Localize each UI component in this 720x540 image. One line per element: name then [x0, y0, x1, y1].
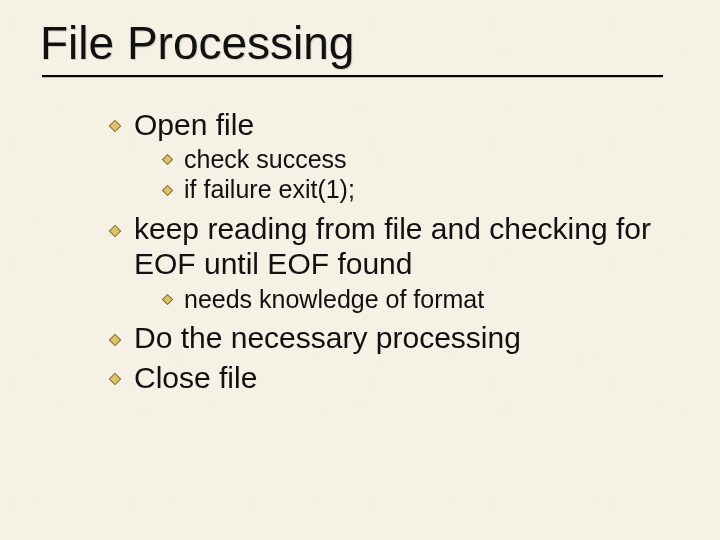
- svg-rect-5: [109, 334, 120, 345]
- svg-rect-3: [109, 225, 120, 236]
- list-item: keep reading from file and checking for …: [108, 211, 680, 314]
- bullet-list: Open file check success if failure exit(…: [108, 107, 680, 395]
- slide-title: File Processing: [40, 18, 680, 69]
- diamond-bullet-icon: [162, 185, 173, 196]
- list-item-label: if failure exit(1);: [184, 175, 355, 203]
- diamond-bullet-icon: [108, 119, 122, 133]
- sub-list: check success if failure exit(1);: [162, 144, 680, 205]
- diamond-bullet-icon: [108, 372, 122, 386]
- list-item: if failure exit(1);: [162, 174, 680, 205]
- svg-rect-1: [163, 155, 173, 165]
- list-item-label: Do the necessary processing: [134, 321, 521, 354]
- list-item-label: Close file: [134, 361, 257, 394]
- sub-list: needs knowledge of format: [162, 284, 680, 315]
- list-item: Open file check success if failure exit(…: [108, 107, 680, 205]
- diamond-bullet-icon: [108, 224, 122, 238]
- svg-rect-6: [109, 374, 120, 385]
- svg-rect-4: [163, 295, 173, 305]
- svg-rect-2: [163, 186, 173, 196]
- list-item-label: keep reading from file and checking for …: [134, 212, 651, 280]
- list-item-label: needs knowledge of format: [184, 285, 484, 313]
- list-item: Do the necessary processing: [108, 320, 680, 355]
- list-item: check success: [162, 144, 680, 175]
- title-underline: [42, 75, 663, 77]
- slide: File Processing Open file check success: [0, 0, 720, 540]
- diamond-bullet-icon: [162, 154, 173, 165]
- list-item-label: check success: [184, 145, 347, 173]
- list-item: Close file: [108, 360, 680, 395]
- diamond-bullet-icon: [162, 294, 173, 305]
- list-item-label: Open file: [134, 108, 254, 141]
- svg-rect-0: [109, 121, 120, 132]
- diamond-bullet-icon: [108, 333, 122, 347]
- list-item: needs knowledge of format: [162, 284, 680, 315]
